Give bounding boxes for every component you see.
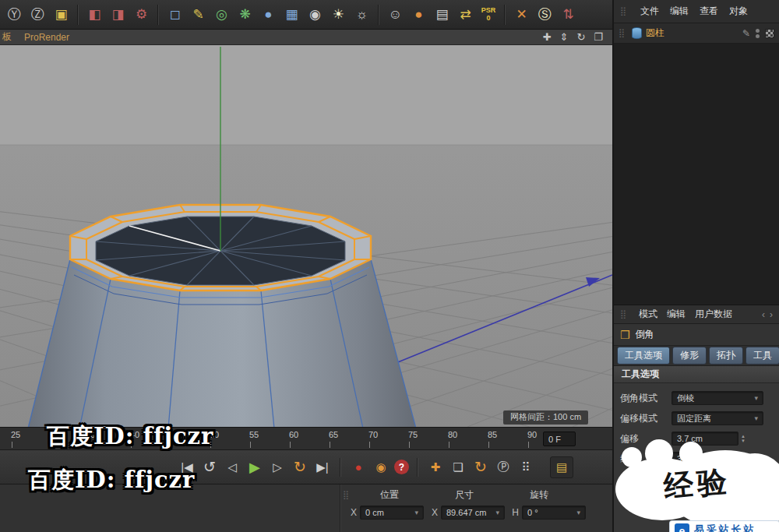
coordinate-row: X 0 cm ▾ X 89.647 cm ▾ H 0 ° ▾ bbox=[346, 506, 586, 520]
key-help-button[interactable]: ? bbox=[394, 460, 409, 474]
tab-tool[interactable]: 工具 bbox=[746, 347, 779, 365]
easck-logo-icon: e bbox=[675, 523, 689, 532]
coordinate-system-button[interactable]: Ⓟ bbox=[494, 458, 513, 477]
rotation-h-field[interactable]: 0 ° ▾ bbox=[522, 506, 586, 520]
timeline-tick: 85 bbox=[488, 430, 527, 439]
chevron-left-icon[interactable]: ‹ bbox=[762, 309, 765, 320]
light-alt-icon[interactable]: ☼ bbox=[351, 4, 372, 26]
tag-icon[interactable]: ▤ bbox=[432, 4, 453, 26]
viewport-menu-panel[interactable]: 板 bbox=[2, 30, 12, 44]
toolbar-separator bbox=[157, 5, 159, 25]
visibility-dots-icon[interactable] bbox=[756, 29, 760, 38]
horizon-sky bbox=[0, 45, 612, 145]
menu-object[interactable]: 对象 bbox=[729, 5, 748, 18]
badge-z-icon[interactable]: Ⓩ bbox=[27, 4, 48, 26]
play-backward-button[interactable]: ↺ bbox=[200, 458, 219, 477]
snap-icon[interactable]: Ⓢ bbox=[534, 4, 555, 26]
subdivision-surface-icon[interactable]: ◎ bbox=[211, 4, 232, 26]
cloner-icon[interactable]: ❋ bbox=[234, 4, 256, 26]
volume-icon[interactable]: ● bbox=[258, 4, 279, 26]
loop-playback-button[interactable]: ↻ bbox=[291, 458, 309, 477]
panel-divider bbox=[340, 484, 341, 532]
render-view-icon[interactable]: ◧ bbox=[84, 4, 105, 26]
mirror-icon[interactable]: ✕ bbox=[511, 4, 532, 26]
menu-file[interactable]: 文件 bbox=[640, 5, 659, 18]
goto-end-button[interactable]: ▶| bbox=[313, 458, 332, 477]
edit-pencil-icon[interactable]: ✎ bbox=[742, 28, 750, 39]
panel-table-icon[interactable]: ▤ bbox=[550, 456, 573, 478]
cylinder-object[interactable] bbox=[28, 205, 416, 427]
position-x-label: X bbox=[346, 507, 357, 518]
toolbar-separator bbox=[77, 5, 79, 25]
tab-topology[interactable]: 拓扑 bbox=[709, 347, 743, 365]
position-header: 位置 bbox=[352, 488, 427, 502]
chevron-right-icon[interactable]: › bbox=[770, 309, 773, 320]
camera-icon[interactable]: ◉ bbox=[305, 4, 326, 26]
play-button[interactable]: ▶ bbox=[245, 458, 264, 477]
maximize-icon[interactable]: ❐ bbox=[594, 31, 603, 43]
grip-icon[interactable]: ⣿ bbox=[620, 309, 626, 319]
tab-tool-options[interactable]: 工具选项 bbox=[617, 347, 670, 365]
rotation-h-value: 0 ° bbox=[527, 508, 538, 517]
axis-xyz-icon[interactable]: ⇄ bbox=[455, 4, 476, 26]
render-settings-icon[interactable]: ⚙ bbox=[131, 4, 152, 26]
character-icon[interactable]: ☺ bbox=[385, 4, 406, 26]
bevel-mode-dropdown[interactable]: 倒棱 ▾ bbox=[671, 391, 763, 405]
scale-tool-button[interactable]: ❏ bbox=[449, 458, 467, 477]
size-x-field[interactable]: 89.647 cm ▾ bbox=[441, 506, 505, 520]
position-x-field[interactable]: 0 cm ▾ bbox=[360, 506, 424, 520]
cube-primitive-icon[interactable]: ◻ bbox=[164, 4, 185, 26]
offset-spinner[interactable]: ▲ ▼ bbox=[741, 434, 746, 443]
top-toolbar: Ⓨ Ⓩ ▣ ◧ ◨ ⚙ ◻ ✎ ◎ ❋ ● ▦ ◉ ☀ ☼ ☺ ● ▤ ⇄ PS… bbox=[0, 0, 612, 30]
transport-separator bbox=[340, 458, 341, 477]
display-checker-icon[interactable] bbox=[765, 29, 774, 38]
pan-icon[interactable]: ✚ bbox=[543, 31, 552, 43]
render-region-icon[interactable]: ◨ bbox=[108, 4, 129, 26]
move-tool-button[interactable]: ✚ bbox=[426, 458, 445, 477]
grip-icon[interactable]: ⣿ bbox=[343, 490, 349, 500]
chevron-down-icon[interactable]: ▾ bbox=[576, 509, 580, 516]
material-icon[interactable]: ● bbox=[408, 4, 429, 26]
tool-tabs: 工具选项 修形 拓扑 工具 bbox=[614, 346, 779, 366]
object-manager-empty-area[interactable] bbox=[614, 44, 779, 305]
menu-user-data[interactable]: 用户数据 bbox=[695, 308, 732, 321]
timeline-tick: 75 bbox=[408, 430, 448, 439]
rotate-tool-button[interactable]: ↻ bbox=[471, 458, 490, 477]
psr-reset-button[interactable]: PSR 0 bbox=[478, 4, 499, 26]
dolly-icon[interactable]: ⇕ bbox=[560, 31, 569, 43]
chevron-down-icon[interactable]: ▾ bbox=[495, 509, 499, 516]
light-icon[interactable]: ☀ bbox=[328, 4, 349, 26]
record-keyframe-button[interactable]: ● bbox=[349, 458, 368, 477]
object-manager-menubar: ⣿ 文件 编辑 查看 对象 bbox=[614, 0, 779, 23]
workplane-icon[interactable]: ⇅ bbox=[558, 4, 579, 26]
snap-settings-button[interactable]: ⠿ bbox=[516, 458, 535, 477]
watermark-blob-text: 经验 bbox=[662, 461, 732, 506]
object-label[interactable]: 圆柱 bbox=[646, 26, 664, 40]
offset-mode-label: 偏移模式 bbox=[620, 412, 671, 425]
chevron-down-icon[interactable]: ▾ bbox=[414, 509, 418, 516]
menu-mode[interactable]: 模式 bbox=[639, 308, 657, 321]
grip-icon[interactable]: ⣿ bbox=[620, 6, 626, 16]
tool-options-section-header[interactable]: 工具选项 bbox=[614, 366, 779, 383]
spline-pen-icon[interactable]: ✎ bbox=[188, 4, 209, 26]
current-frame-field[interactable]: 0 F bbox=[543, 432, 576, 446]
orbit-icon[interactable]: ↻ bbox=[576, 31, 585, 43]
step-back-button[interactable]: ◁ bbox=[223, 458, 241, 477]
bevel-mode-row: 倒角模式 倒棱 ▾ bbox=[614, 388, 779, 408]
spin-down-icon[interactable]: ▼ bbox=[741, 439, 746, 443]
menu-edit-attr[interactable]: 编辑 bbox=[667, 308, 686, 321]
array-icon[interactable]: ▦ bbox=[281, 4, 302, 26]
coordinate-manager: ⣿ 位置 尺寸 旋转 X 0 cm ▾ X 89.647 cm ▾ H 0 ° … bbox=[343, 484, 612, 532]
transport-separator bbox=[417, 458, 418, 477]
badge-y-icon[interactable]: Ⓨ bbox=[4, 4, 25, 26]
object-row-cylinder[interactable]: ⣿ 圆柱 ✎ bbox=[614, 23, 779, 44]
tab-shaping[interactable]: 修形 bbox=[672, 347, 707, 365]
step-forward-button[interactable]: ▷ bbox=[268, 458, 287, 477]
viewport-menu-prorender[interactable]: ProRender bbox=[24, 32, 69, 43]
badge-app-icon[interactable]: ▣ bbox=[51, 4, 72, 26]
menu-view[interactable]: 查看 bbox=[700, 5, 718, 18]
offset-mode-dropdown[interactable]: 固定距离 ▾ bbox=[671, 411, 763, 425]
autokey-button[interactable]: ◉ bbox=[372, 458, 390, 477]
viewport-3d-scene[interactable] bbox=[0, 45, 612, 427]
menu-edit[interactable]: 编辑 bbox=[670, 5, 689, 18]
